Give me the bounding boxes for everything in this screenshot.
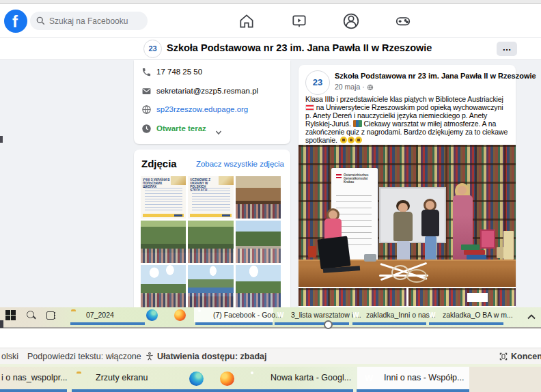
photo-thumb-lake[interactable] — [236, 265, 281, 307]
active-underline — [70, 322, 145, 325]
word-doc-2-label[interactable]: zakladka_Inni o nas... — [366, 311, 436, 319]
focus-icon — [499, 352, 508, 361]
left-edge-tick — [0, 320, 3, 328]
laptop — [317, 236, 350, 269]
post-author-avatar[interactable]: 23 — [305, 70, 330, 95]
edge-icon[interactable] — [189, 372, 204, 386]
photo-thumb-infographic-ua[interactable]: УЧНІ З УКРАЇНИ В ПОЛЬСЬКИХ ШКОЛАХ — [141, 176, 186, 219]
firefox-icon[interactable] — [220, 372, 234, 386]
banner-text: Österreichisches Generalkonsulat Krakau — [344, 173, 374, 184]
facebook-search[interactable] — [30, 12, 148, 30]
small-device — [364, 254, 376, 262]
post-date[interactable]: 20 maja — [335, 83, 374, 91]
red-stool — [308, 246, 316, 257]
crowd-texture — [236, 204, 281, 219]
person-head — [398, 203, 408, 212]
word-partial-taskbar-label[interactable]: i o nas_wspolpr... — [1, 373, 68, 382]
post-photo-partial-left[interactable] — [299, 288, 406, 306]
thumb-photo-corner — [171, 176, 186, 185]
tray-chevron-icon[interactable] — [526, 311, 537, 320]
privacy-globe-icon — [367, 84, 374, 91]
browser-edge-strip — [0, 0, 541, 4]
photo-thumb-forest-3[interactable] — [236, 221, 281, 263]
language-indicator[interactable]: olski — [1, 348, 18, 364]
clock-icon — [141, 124, 152, 134]
pink-poster-book — [480, 229, 495, 249]
crowd-texture — [141, 293, 186, 307]
paper-bag — [503, 231, 514, 260]
page-title: Szkoła Podstawowa nr 23 im. Jana Pawła I… — [167, 42, 432, 53]
focus-status[interactable]: Koncent — [511, 348, 541, 364]
firefox-icon[interactable] — [174, 309, 186, 321]
edge-icon[interactable] — [146, 309, 158, 321]
text-suggestions-status[interactable]: Podpowiedzi tekstu: włączone — [27, 348, 141, 364]
see-all-photos-link[interactable]: Zobacz wszystkie zdjęcia — [196, 160, 284, 168]
thumb-photo-corner — [219, 176, 234, 185]
accessibility-status[interactable]: Ułatwienia dostępu: zbadaj — [157, 348, 266, 364]
green-book — [461, 244, 480, 250]
search-input[interactable] — [48, 12, 143, 30]
left-edge-artifact — [0, 136, 3, 143]
red-book — [464, 250, 485, 255]
bookshelf-texture — [299, 288, 406, 306]
photo-thumb-forest-1[interactable] — [141, 221, 186, 263]
email-icon — [141, 86, 152, 96]
contact-phone: 17 748 25 50 — [156, 68, 202, 76]
home-icon[interactable] — [238, 12, 255, 30]
crowd-texture — [141, 249, 186, 263]
chrome-taskbar-label[interactable]: Nowa karta - Googl... — [270, 373, 351, 382]
gaming-icon[interactable] — [394, 12, 412, 30]
post-author-name[interactable]: Szkoła Podstawowa nr 23 im. Jana Pawła I… — [335, 72, 499, 80]
post-more-button[interactable]: … — [498, 70, 508, 81]
contact-info-card: 17 748 25 50 sekretariat@zszp5.resman.pl… — [134, 60, 290, 144]
post-photo-row — [299, 288, 516, 306]
sunflower-emoji — [340, 137, 347, 143]
post-card: 23 Szkoła Podstawowa nr 23 im. Jana Pawł… — [299, 65, 516, 328]
open-status: Otwarte teraz — [156, 124, 206, 132]
post-photo-partial-right[interactable] — [408, 288, 516, 306]
word-active-label[interactable]: Inni o nas - Współp... — [384, 373, 464, 382]
inner-taskbar: 07_2024 (7) Facebook - Goo... 3_lista wa… — [0, 307, 541, 328]
crowd-texture — [188, 249, 233, 263]
word-status-bar: olski Podpowiedzi tekstu: włączone Ułatw… — [0, 348, 541, 364]
active-underline — [72, 389, 353, 392]
page-avatar[interactable]: 23 — [143, 40, 162, 58]
crowd-texture — [236, 293, 281, 307]
screenshot-bottom-edge — [0, 327, 541, 328]
chevron-down-icon[interactable] — [215, 126, 222, 138]
austria-flag-emoji — [305, 104, 314, 111]
crowd-texture — [188, 293, 233, 307]
photos-section-title: Zdjęcia — [141, 158, 177, 169]
girl-black-top — [421, 210, 439, 236]
photo-thumb-mountain[interactable] — [141, 265, 186, 307]
taskbar-empty-area — [469, 367, 541, 392]
photo-thumb-infographic-pl[interactable]: UCZNIOWIE Z UKRAINY W POLSKICH SZKOŁACH — [188, 176, 233, 219]
start-button-icon[interactable] — [5, 310, 16, 320]
active-underline — [357, 389, 469, 392]
boy-camo-shirt — [393, 212, 413, 241]
contact-email[interactable]: sekretariat@zszp5.resman.pl — [156, 87, 258, 95]
word-doc-1-label[interactable]: 3_lista warsztatow i ... — [291, 311, 361, 319]
chrome-taskbar-label[interactable]: (7) Facebook - Goo... — [213, 311, 281, 319]
globe-icon — [141, 104, 152, 115]
person-legs — [397, 241, 410, 262]
wicker-ring — [406, 269, 427, 283]
dot-separator — [360, 83, 367, 91]
watch-icon[interactable] — [290, 12, 308, 30]
photo-thumb-hall[interactable] — [236, 176, 281, 219]
folder-taskbar-label[interactable]: 07_2024 — [86, 311, 114, 319]
active-underline — [195, 322, 273, 325]
photo-thumb-lake-boat[interactable] — [188, 265, 233, 307]
photo-grid: УЧНІ З УКРАЇНИ В ПОЛЬСЬКИХ ШКОЛАХ UCZNIO… — [141, 176, 281, 307]
post-photo-library[interactable]: Österreichisches Generalkonsulat Krakau — [299, 145, 516, 287]
word-doc-3-label[interactable]: zakladka_O BA w m... — [443, 311, 513, 319]
slider-handle[interactable] — [324, 320, 333, 329]
active-underline — [275, 322, 349, 325]
screenshots-folder-label[interactable]: Zrzuty ekranu — [96, 373, 148, 382]
page-more-button[interactable]: … — [497, 42, 517, 56]
groups-icon[interactable] — [342, 12, 360, 30]
facebook-logo-icon[interactable] — [4, 10, 27, 33]
facebook-top-nav — [0, 5, 541, 38]
contact-website-link[interactable]: sp23rzeszow.edupage.org — [156, 105, 248, 113]
photo-thumb-forest-2[interactable] — [188, 221, 233, 263]
